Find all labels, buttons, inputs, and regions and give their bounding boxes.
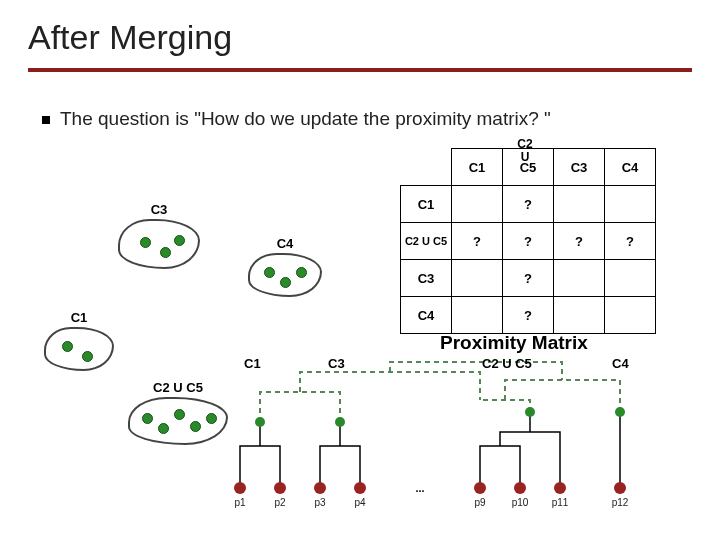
- matrix-cell: ?: [503, 186, 554, 223]
- dendro-top-label: C3: [328, 356, 345, 371]
- matrix-cell: ?: [554, 223, 605, 260]
- svg-point-7: [354, 482, 366, 494]
- cluster-c2uc5: C2 U C5: [128, 380, 228, 445]
- matrix-cell: [605, 297, 656, 334]
- matrix-cell: ?: [452, 223, 503, 260]
- matrix-col-header: C3: [554, 149, 605, 186]
- matrix-row-header: C2 U C5: [401, 223, 452, 260]
- data-point-icon: [140, 237, 151, 248]
- data-point-icon: [158, 423, 169, 434]
- matrix-row-header: C4: [401, 297, 452, 334]
- matrix-row-header: C3: [401, 260, 452, 297]
- dendro-leaf: p3: [314, 497, 326, 508]
- dendro-leaf: p11: [552, 497, 569, 508]
- svg-point-0: [255, 417, 265, 427]
- data-point-icon: [206, 413, 217, 424]
- cluster-c4-cloud: [248, 253, 322, 297]
- matrix-cell: [452, 186, 503, 223]
- cluster-c2uc5-label: C2 U C5: [153, 380, 203, 395]
- data-point-icon: [82, 351, 93, 362]
- data-point-icon: [280, 277, 291, 288]
- matrix-row-header: C1: [401, 186, 452, 223]
- matrix-cell: [554, 297, 605, 334]
- cluster-c3-cloud: [118, 219, 200, 269]
- data-point-icon: [264, 267, 275, 278]
- dendro-leaf: p10: [512, 497, 529, 508]
- matrix-cell: ?: [503, 223, 554, 260]
- dendro-top-label: C2 U C5: [482, 356, 532, 371]
- svg-point-6: [314, 482, 326, 494]
- dendro-leaf: p12: [612, 497, 629, 508]
- matrix-cell: [554, 260, 605, 297]
- matrix-col-header: C4: [605, 149, 656, 186]
- matrix-cell: [605, 260, 656, 297]
- dendro-leaf: p1: [234, 497, 246, 508]
- data-point-icon: [174, 235, 185, 246]
- matrix-cell: [452, 260, 503, 297]
- matrix-cell: [452, 297, 503, 334]
- bullet-item: The question is "How do we update the pr…: [42, 108, 551, 130]
- cluster-c3-label: C3: [151, 202, 168, 217]
- data-point-icon: [62, 341, 73, 352]
- svg-point-11: [614, 482, 626, 494]
- bullet-text: The question is "How do we update the pr…: [60, 108, 551, 130]
- matrix-col-header: C1: [452, 149, 503, 186]
- matrix-cell: ?: [503, 260, 554, 297]
- cluster-c1-label: C1: [71, 310, 88, 325]
- dendro-leaf: p4: [354, 497, 366, 508]
- svg-point-10: [554, 482, 566, 494]
- svg-point-4: [234, 482, 246, 494]
- svg-point-1: [335, 417, 345, 427]
- dendrogram: p1 p2 p3 p4 p9 p10 p11 p12 ... C1 C3 C2 …: [220, 354, 700, 528]
- svg-point-5: [274, 482, 286, 494]
- cluster-c1-cloud: [44, 327, 114, 371]
- dendro-leaf: p2: [274, 497, 286, 508]
- matrix-cell: [554, 186, 605, 223]
- dendro-top-label: C4: [612, 356, 629, 371]
- dendro-top-label: C1: [244, 356, 261, 371]
- cluster-c3: C3: [118, 202, 200, 269]
- cluster-c4-label: C4: [277, 236, 294, 251]
- svg-point-9: [514, 482, 526, 494]
- dendro-ellipsis: ...: [415, 482, 424, 494]
- slide-title: After Merging: [28, 18, 232, 57]
- svg-point-8: [474, 482, 486, 494]
- matrix-cell: [605, 186, 656, 223]
- svg-point-2: [525, 407, 535, 417]
- title-underline: [28, 68, 692, 72]
- matrix-caption: Proximity Matrix: [440, 332, 588, 354]
- proximity-matrix: C1 C5 C3 C4 C1 ? C2 U C5 ? ? ? ? C3 ? C4: [400, 148, 656, 334]
- data-point-icon: [174, 409, 185, 420]
- data-point-icon: [142, 413, 153, 424]
- matrix-cell: ?: [503, 297, 554, 334]
- cluster-c1: C1: [44, 310, 114, 371]
- matrix-col-header: C5: [503, 149, 554, 186]
- dendro-leaf: p9: [474, 497, 486, 508]
- cluster-c2uc5-cloud: [128, 397, 228, 445]
- matrix-cell: ?: [605, 223, 656, 260]
- svg-point-3: [615, 407, 625, 417]
- cluster-c4: C4: [248, 236, 322, 297]
- data-point-icon: [296, 267, 307, 278]
- bullet-square-icon: [42, 116, 50, 124]
- data-point-icon: [190, 421, 201, 432]
- data-point-icon: [160, 247, 171, 258]
